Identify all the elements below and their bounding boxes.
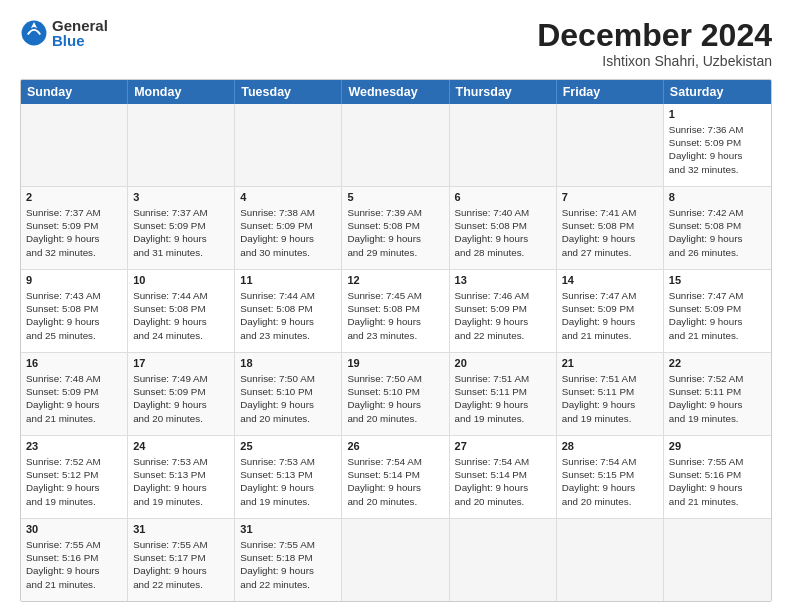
daylight-minutes: and 21 minutes.: [562, 330, 632, 341]
daylight-minutes: and 20 minutes.: [240, 413, 310, 424]
day-number: 24: [133, 439, 229, 454]
calendar-cell: 18Sunrise: 7:50 AMSunset: 5:10 PMDayligh…: [235, 353, 342, 435]
sunset: Sunset: 5:10 PM: [347, 386, 419, 397]
day-number: 4: [240, 190, 336, 205]
day-number: 19: [347, 356, 443, 371]
calendar-body: 1Sunrise: 7:36 AMSunset: 5:09 PMDaylight…: [21, 104, 771, 601]
daylight-minutes: and 25 minutes.: [26, 330, 96, 341]
calendar-cell: [450, 519, 557, 601]
calendar-week-2: 2Sunrise: 7:37 AMSunset: 5:09 PMDaylight…: [21, 186, 771, 269]
day-number: 22: [669, 356, 766, 371]
day-number: 29: [669, 439, 766, 454]
calendar-cell: [664, 519, 771, 601]
calendar-cell: 20Sunrise: 7:51 AMSunset: 5:11 PMDayligh…: [450, 353, 557, 435]
day-number: 25: [240, 439, 336, 454]
calendar-cell: 9Sunrise: 7:43 AMSunset: 5:08 PMDaylight…: [21, 270, 128, 352]
day-number: 17: [133, 356, 229, 371]
calendar-cell: 29Sunrise: 7:55 AMSunset: 5:16 PMDayligh…: [664, 436, 771, 518]
daylight-hours: Daylight: 9 hours: [669, 150, 743, 161]
sunset: Sunset: 5:09 PM: [455, 303, 527, 314]
calendar-subtitle: Ishtixon Shahri, Uzbekistan: [537, 53, 772, 69]
daylight-hours: Daylight: 9 hours: [347, 482, 421, 493]
header-friday: Friday: [557, 80, 664, 104]
daylight-minutes: and 21 minutes.: [669, 330, 739, 341]
sunrise: Sunrise: 7:50 AM: [347, 373, 422, 384]
daylight-hours: Daylight: 9 hours: [240, 316, 314, 327]
calendar-cell: 27Sunrise: 7:54 AMSunset: 5:14 PMDayligh…: [450, 436, 557, 518]
sunset: Sunset: 5:08 PM: [347, 220, 419, 231]
day-number: 30: [26, 522, 122, 537]
calendar-cell: 7Sunrise: 7:41 AMSunset: 5:08 PMDaylight…: [557, 187, 664, 269]
daylight-minutes: and 27 minutes.: [562, 247, 632, 258]
sunset: Sunset: 5:16 PM: [26, 552, 98, 563]
sunrise: Sunrise: 7:51 AM: [562, 373, 637, 384]
day-number: 27: [455, 439, 551, 454]
calendar-cell: 16Sunrise: 7:48 AMSunset: 5:09 PMDayligh…: [21, 353, 128, 435]
sunrise: Sunrise: 7:49 AM: [133, 373, 208, 384]
calendar-week-5: 23Sunrise: 7:52 AMSunset: 5:12 PMDayligh…: [21, 435, 771, 518]
sunrise: Sunrise: 7:38 AM: [240, 207, 315, 218]
calendar-cell: 31Sunrise: 7:55 AMSunset: 5:17 PMDayligh…: [128, 519, 235, 601]
daylight-hours: Daylight: 9 hours: [669, 399, 743, 410]
calendar-cell: [342, 104, 449, 186]
sunset: Sunset: 5:09 PM: [669, 137, 741, 148]
sunset: Sunset: 5:14 PM: [347, 469, 419, 480]
sunset: Sunset: 5:15 PM: [562, 469, 634, 480]
title-block: December 2024 Ishtixon Shahri, Uzbekista…: [537, 18, 772, 69]
calendar-cell: 4Sunrise: 7:38 AMSunset: 5:09 PMDaylight…: [235, 187, 342, 269]
calendar-cell: 3Sunrise: 7:37 AMSunset: 5:09 PMDaylight…: [128, 187, 235, 269]
sunrise: Sunrise: 7:37 AM: [133, 207, 208, 218]
daylight-minutes: and 22 minutes.: [133, 579, 203, 590]
daylight-minutes: and 30 minutes.: [240, 247, 310, 258]
sunrise: Sunrise: 7:55 AM: [26, 539, 101, 550]
daylight-hours: Daylight: 9 hours: [347, 399, 421, 410]
daylight-hours: Daylight: 9 hours: [455, 316, 529, 327]
sunrise: Sunrise: 7:46 AM: [455, 290, 530, 301]
calendar-cell: 14Sunrise: 7:47 AMSunset: 5:09 PMDayligh…: [557, 270, 664, 352]
logo-general: General: [52, 18, 108, 33]
daylight-minutes: and 29 minutes.: [347, 247, 417, 258]
calendar-cell: 2Sunrise: 7:37 AMSunset: 5:09 PMDaylight…: [21, 187, 128, 269]
daylight-hours: Daylight: 9 hours: [240, 399, 314, 410]
daylight-hours: Daylight: 9 hours: [133, 399, 207, 410]
calendar-cell: [128, 104, 235, 186]
sunrise: Sunrise: 7:53 AM: [133, 456, 208, 467]
daylight-minutes: and 19 minutes.: [240, 496, 310, 507]
daylight-hours: Daylight: 9 hours: [133, 565, 207, 576]
sunrise: Sunrise: 7:52 AM: [669, 373, 744, 384]
day-number: 23: [26, 439, 122, 454]
calendar-cell: 25Sunrise: 7:53 AMSunset: 5:13 PMDayligh…: [235, 436, 342, 518]
daylight-minutes: and 19 minutes.: [562, 413, 632, 424]
sunset: Sunset: 5:17 PM: [133, 552, 205, 563]
page-header: General Blue December 2024 Ishtixon Shah…: [20, 18, 772, 69]
calendar-cell: 1Sunrise: 7:36 AMSunset: 5:09 PMDaylight…: [664, 104, 771, 186]
sunset: Sunset: 5:08 PM: [562, 220, 634, 231]
sunset: Sunset: 5:14 PM: [455, 469, 527, 480]
day-number: 31: [133, 522, 229, 537]
sunset: Sunset: 5:09 PM: [562, 303, 634, 314]
calendar-cell: [450, 104, 557, 186]
daylight-minutes: and 22 minutes.: [240, 579, 310, 590]
daylight-hours: Daylight: 9 hours: [240, 482, 314, 493]
sunrise: Sunrise: 7:44 AM: [240, 290, 315, 301]
sunset: Sunset: 5:13 PM: [240, 469, 312, 480]
daylight-minutes: and 19 minutes.: [26, 496, 96, 507]
daylight-hours: Daylight: 9 hours: [669, 316, 743, 327]
daylight-minutes: and 19 minutes.: [669, 413, 739, 424]
calendar-cell: [21, 104, 128, 186]
daylight-hours: Daylight: 9 hours: [455, 233, 529, 244]
daylight-minutes: and 19 minutes.: [455, 413, 525, 424]
calendar-page: General Blue December 2024 Ishtixon Shah…: [0, 0, 792, 612]
day-number: 6: [455, 190, 551, 205]
sunrise: Sunrise: 7:48 AM: [26, 373, 101, 384]
calendar-cell: 28Sunrise: 7:54 AMSunset: 5:15 PMDayligh…: [557, 436, 664, 518]
calendar-cell: 30Sunrise: 7:55 AMSunset: 5:16 PMDayligh…: [21, 519, 128, 601]
daylight-hours: Daylight: 9 hours: [240, 565, 314, 576]
calendar-cell: [235, 104, 342, 186]
day-number: 20: [455, 356, 551, 371]
day-number: 7: [562, 190, 658, 205]
logo: General Blue: [20, 18, 108, 48]
daylight-hours: Daylight: 9 hours: [26, 399, 100, 410]
calendar-cell: 22Sunrise: 7:52 AMSunset: 5:11 PMDayligh…: [664, 353, 771, 435]
daylight-hours: Daylight: 9 hours: [562, 316, 636, 327]
